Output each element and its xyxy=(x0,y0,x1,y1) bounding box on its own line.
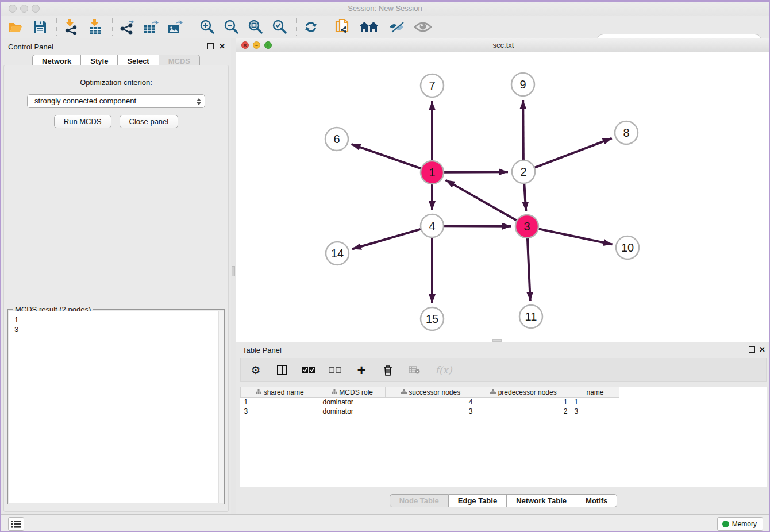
toolbar-divider xyxy=(112,18,113,36)
toolbar-divider xyxy=(192,18,192,36)
import-table-icon[interactable] xyxy=(87,18,104,36)
svg-text:7: 7 xyxy=(429,79,435,92)
optimization-criterion-label: Optimization criterion: xyxy=(4,78,228,87)
zoom-in-icon[interactable] xyxy=(198,18,215,36)
svg-text:2: 2 xyxy=(520,165,526,178)
show-all-icon[interactable] xyxy=(413,18,433,36)
application-window: Session: New Session xyxy=(0,0,770,532)
column-type-icon xyxy=(401,389,407,394)
table-row[interactable]: 3 dominator 3 2 3 xyxy=(241,407,619,416)
delete-row-icon[interactable] xyxy=(381,363,395,377)
dropdown-value: strongly connected component xyxy=(34,97,136,105)
column-header-predecessor-nodes[interactable]: predecessor nodes xyxy=(476,387,571,398)
table-options-gear-icon[interactable]: ⚙ xyxy=(249,363,263,377)
network-window-titlebar: ✕ − + scc.txt xyxy=(236,38,770,52)
home-layout-icon[interactable] xyxy=(358,18,380,36)
tab-edge-table[interactable]: Edge Table xyxy=(449,494,507,507)
mcds-result-group: MCDS result (2 nodes) 1 3 xyxy=(7,309,225,504)
control-panel: Control Panel ✕ Network Style Select MCD… xyxy=(1,38,231,514)
delete-table-icon[interactable] xyxy=(407,363,421,377)
memory-button[interactable]: Memory xyxy=(717,517,763,531)
float-panel-icon[interactable] xyxy=(207,43,214,49)
deselect-all-checks-icon[interactable] xyxy=(328,363,342,377)
zoom-fit-icon[interactable] xyxy=(247,18,264,36)
splitter-grip[interactable] xyxy=(232,266,235,276)
column-type-icon xyxy=(332,389,337,394)
close-panel-icon[interactable]: ✕ xyxy=(219,42,225,51)
toolbar-divider xyxy=(328,18,328,36)
horizontal-splitter-grip[interactable] xyxy=(492,339,502,342)
mcds-panel-body: Optimization criterion: strongly connect… xyxy=(3,65,229,512)
zoom-out-icon[interactable] xyxy=(222,18,240,36)
svg-text:8: 8 xyxy=(623,126,629,139)
control-panel-title: Control Panel xyxy=(8,43,53,51)
svg-text:9: 9 xyxy=(519,78,526,91)
table-panel-title: Table Panel xyxy=(242,346,282,354)
svg-text:6: 6 xyxy=(333,133,340,145)
network-canvas[interactable]: 7968124314101511 xyxy=(236,52,770,342)
tab-node-table[interactable]: Node Table xyxy=(390,494,449,507)
import-network-icon[interactable] xyxy=(63,18,80,36)
toolbar-divider xyxy=(56,18,57,36)
column-type-icon xyxy=(490,389,496,394)
table-row[interactable]: 1 dominator 4 1 1 xyxy=(241,398,619,407)
svg-text:1: 1 xyxy=(429,166,435,179)
memory-status-icon xyxy=(722,521,729,527)
column-type-icon xyxy=(256,389,261,394)
table-header-row: shared name MCDS role successor nodes pr… xyxy=(241,387,619,398)
export-network-icon[interactable] xyxy=(118,18,136,36)
mcds-result-text[interactable]: 1 3 xyxy=(9,311,218,503)
optimization-criterion-dropdown[interactable]: strongly connected component xyxy=(27,94,205,108)
status-bar: Memory xyxy=(1,514,769,532)
save-session-icon[interactable] xyxy=(31,18,48,36)
app-titlebar: Session: New Session xyxy=(1,2,769,16)
svg-text:10: 10 xyxy=(621,241,634,254)
refresh-view-icon[interactable] xyxy=(302,18,319,36)
add-row-icon[interactable]: + xyxy=(355,363,368,377)
svg-text:15: 15 xyxy=(426,313,438,325)
table-panel: Table Panel ✕ ⚙ + f(x) xyxy=(236,342,770,514)
toolbar-divider xyxy=(296,18,297,36)
column-header-shared-name[interactable]: shared name xyxy=(241,387,319,398)
network-view-window: ✕ − + scc.txt 7968124314101511 xyxy=(236,38,770,342)
hide-selected-icon[interactable] xyxy=(387,18,406,36)
main-toolbar xyxy=(1,16,769,38)
list-icon xyxy=(11,521,21,528)
network-window-title: scc.txt xyxy=(236,41,770,49)
svg-text:4: 4 xyxy=(429,219,435,232)
svg-text:3: 3 xyxy=(523,220,530,233)
select-all-checks-icon[interactable] xyxy=(302,363,315,377)
network-graph[interactable]: 7968124314101511 xyxy=(236,52,770,342)
column-header-mcds-role[interactable]: MCDS role xyxy=(319,387,386,398)
run-mcds-button[interactable]: Run MCDS xyxy=(54,115,111,128)
table-toolbar: ⚙ + f(x) xyxy=(240,358,767,382)
app-title: Session: New Session xyxy=(1,4,769,13)
float-table-panel-icon[interactable] xyxy=(749,346,755,353)
column-header-successor-nodes[interactable]: successor nodes xyxy=(386,387,476,398)
function-builder-icon[interactable]: f(x) xyxy=(434,363,453,377)
table-tabs: Node Table Edge Table Network Table Moti… xyxy=(236,494,770,507)
close-table-panel-icon[interactable]: ✕ xyxy=(759,345,765,354)
svg-text:11: 11 xyxy=(525,310,537,323)
dropdown-stepper-icon xyxy=(195,97,202,106)
result-scrollbar[interactable] xyxy=(218,311,224,503)
tab-motifs[interactable]: Motifs xyxy=(576,494,617,507)
vertical-splitter[interactable] xyxy=(231,38,236,514)
column-header-name[interactable]: name xyxy=(571,387,619,398)
tab-network-table[interactable]: Network Table xyxy=(507,494,576,507)
clone-network-icon[interactable] xyxy=(334,18,351,36)
memory-label: Memory xyxy=(732,520,757,528)
node-table[interactable]: shared name MCDS role successor nodes pr… xyxy=(240,387,767,487)
svg-text:14: 14 xyxy=(331,247,344,260)
export-image-icon[interactable] xyxy=(167,18,184,36)
open-session-icon[interactable] xyxy=(7,18,24,36)
show-columns-icon[interactable] xyxy=(275,363,289,377)
export-table-icon[interactable] xyxy=(143,18,160,36)
zoom-selected-icon[interactable] xyxy=(271,18,288,36)
close-panel-button[interactable]: Close panel xyxy=(120,115,179,128)
task-history-button[interactable] xyxy=(8,517,24,531)
